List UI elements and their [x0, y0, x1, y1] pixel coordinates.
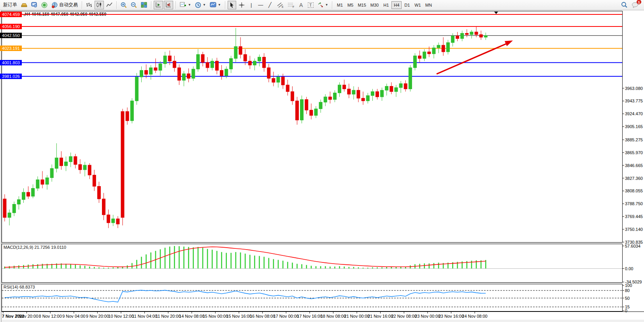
tile-windows-icon [141, 2, 147, 8]
crosshair-button[interactable] [237, 1, 246, 9]
gold-button[interactable] [19, 1, 29, 9]
timeframe-d1-button[interactable]: D1 [402, 1, 412, 9]
vertical-line-button[interactable]: | [247, 1, 256, 9]
signal-icon [41, 2, 47, 8]
horizontal-line-icon: — [258, 2, 263, 8]
equidistant-channel-button[interactable]: E [275, 1, 285, 9]
cursor-button[interactable] [228, 1, 236, 9]
dropdown-caret-icon: ▼ [188, 3, 191, 7]
macd-pane[interactable] [2, 244, 623, 283]
horizontal-line-button[interactable]: — [256, 1, 265, 9]
dropdown-caret-icon: ▼ [203, 3, 206, 7]
templates-button[interactable]: ▼ [208, 1, 223, 9]
timeframe-mn-button[interactable]: MN [423, 1, 434, 9]
timeframe-w1-button[interactable]: W1 [412, 1, 423, 9]
autotrade-label: 自动交易 [59, 2, 78, 8]
new-order-button[interactable]: 新订单 [2, 1, 19, 9]
timeframe-h1-button[interactable]: H1 [381, 1, 391, 9]
trendline-button[interactable]: ╱ [266, 1, 274, 9]
timeframe-h4-button[interactable]: H4 [391, 1, 402, 9]
price-line-badge: 3981.026 [0, 74, 22, 79]
toolbar: 新订单 自动交易 ▼ ▼ [0, 0, 644, 10]
crosshair-icon [239, 2, 245, 8]
main-chart-pane[interactable] [2, 11, 623, 243]
svg-text:E: E [282, 5, 284, 8]
rsi-indicator-label: RSI(14) 68.8373 [4, 285, 35, 289]
toolbar-separator [225, 1, 225, 9]
vertical-line-icon: | [251, 2, 252, 8]
time-tick-label: 22 Nov 08:00 [391, 314, 416, 318]
time-tick-label: 15 Nov 00:00 [203, 314, 228, 318]
text-label-button[interactable]: T [306, 1, 315, 9]
timeframe-m15-button[interactable]: M15 [356, 1, 368, 9]
arrows-button[interactable]: ▼ [316, 1, 330, 9]
auto-scroll-button[interactable] [154, 1, 163, 9]
indicators-button[interactable]: ▼ [178, 1, 193, 9]
price-tick-label: 3885.275 [625, 137, 643, 142]
terminal-icon [31, 2, 37, 8]
search-button[interactable] [619, 1, 629, 9]
candlestick-chart-button[interactable] [95, 1, 104, 9]
cursor-icon [229, 2, 235, 8]
price-line-badge: 4023.191 [0, 46, 22, 51]
periods-icon [195, 2, 201, 8]
price-line-badge: 4056.190 [0, 24, 22, 29]
macd-indicator-label: MACD(12,26,9) 21.7256 19.0110 [4, 245, 66, 250]
notification-badge: 1 [637, 0, 641, 4]
toolbar-separator [82, 1, 82, 9]
price-tick-label: 3865.970 [625, 150, 643, 155]
arrows-icon [318, 2, 324, 8]
time-tick-label: 21 Nov 00:00 [344, 314, 369, 318]
gold-icon [21, 2, 27, 8]
signal-button[interactable] [40, 1, 49, 9]
text-icon: A [299, 2, 303, 8]
timeframe-m30-button[interactable]: M30 [369, 1, 381, 9]
toolbar-separator [151, 1, 151, 9]
terminal-button[interactable] [30, 1, 39, 9]
chart-ohlc-values: 4046.150 4047.050 4042.050 4042.550 [32, 12, 107, 16]
time-tick-label: 17 Nov 16:00 [297, 314, 322, 318]
templates-icon [210, 2, 216, 8]
price-tick-label: 3963.080 [625, 86, 643, 91]
channel-icon: E [277, 2, 284, 8]
timeframe-m5-button[interactable]: M5 [345, 1, 355, 9]
price-tick-label: 3905.165 [625, 124, 643, 129]
time-tick-label: 8 Nov 12:00 [39, 314, 62, 318]
notifications-button[interactable]: 1 [630, 1, 640, 9]
time-tick-label: 17 Nov 00:00 [273, 314, 298, 318]
timeframe-m1-button[interactable]: M1 [335, 1, 345, 9]
rsi-level-label: 100 [625, 283, 632, 288]
toolbar-separator [175, 1, 176, 9]
line-chart-button[interactable] [105, 1, 114, 9]
text-button[interactable]: A [297, 1, 305, 9]
fibonacci-button[interactable]: F [286, 1, 296, 9]
time-tick-label: 15 Nov 16:00 [226, 314, 251, 318]
macd-level-label: 0.00 [625, 266, 633, 271]
price-tick-label: 3924.470 [625, 111, 643, 116]
candlestick-icon [96, 2, 102, 8]
chart-shift-button[interactable] [164, 1, 173, 9]
line-chart-icon [106, 2, 112, 8]
bar-chart-button[interactable] [84, 1, 94, 9]
zoom-out-button[interactable] [129, 1, 139, 9]
price-line-badge: 4042.550 [0, 33, 22, 38]
periods-button[interactable]: ▼ [193, 1, 207, 9]
indicators-icon [180, 2, 186, 8]
rsi-pane[interactable] [2, 284, 623, 311]
time-tick-label: 10 Nov 12:00 [108, 314, 133, 318]
price-line-badge: 4001.803 [0, 60, 22, 65]
tile-windows-button[interactable] [139, 1, 149, 9]
zoom-in-icon [121, 2, 127, 8]
rsi-level-label: 0 [625, 308, 627, 313]
dropdown-caret-icon: ▼ [218, 3, 221, 7]
time-tick-label: 11 Nov 04:00 [132, 314, 157, 318]
time-tick-label: 14 Nov 08:00 [179, 314, 204, 318]
time-tick-label: 24 Nov 08:00 [462, 314, 487, 318]
zoom-in-button[interactable] [119, 1, 128, 9]
autotrade-button[interactable]: 自动交易 [50, 1, 79, 9]
price-tick-label: 3943.775 [625, 99, 643, 103]
time-tick-label: 23 Nov 00:00 [415, 314, 440, 318]
toolbar-separator [332, 1, 332, 9]
dropdown-caret-icon: ▼ [325, 3, 328, 7]
globe-icon [51, 2, 58, 8]
